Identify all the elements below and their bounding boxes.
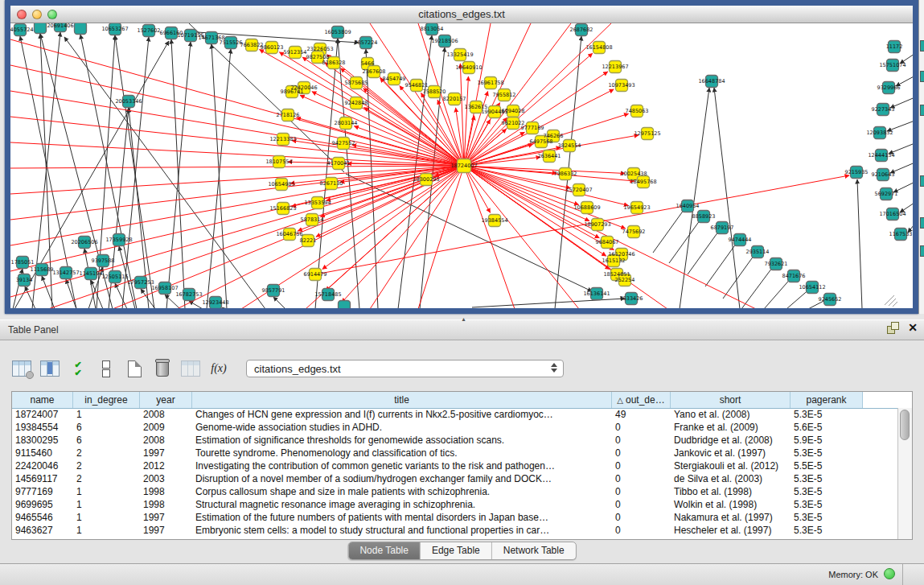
graph-edge[interactable]: [166, 42, 191, 308]
table-row[interactable]: 977716911998Corpus callosum shape and si…: [12, 485, 898, 498]
table-cell[interactable]: 5.3E-5: [791, 511, 863, 524]
network-canvas[interactable]: 1872400776638229860123591235423226053982…: [10, 23, 913, 308]
tab-node-table[interactable]: Node Table: [348, 542, 421, 559]
graph-node[interactable]: [339, 301, 351, 309]
graph-node[interactable]: [35, 23, 47, 34]
table-row[interactable]: 2242004622012Investigating the contribut…: [12, 459, 898, 472]
table-cell[interactable]: 1997: [140, 447, 192, 459]
table-row[interactable]: 911546021997Tourette syndrome. Phenomeno…: [12, 447, 898, 459]
table-cell[interactable]: 14569117: [12, 472, 73, 485]
graph-edge[interactable]: [669, 217, 702, 263]
table-cell[interactable]: 9777169: [12, 485, 73, 498]
table-cell[interactable]: 2: [73, 472, 140, 485]
table-cell[interactable]: 1997: [140, 511, 192, 524]
graph-edge[interactable]: [364, 108, 464, 166]
graph-edge[interactable]: [464, 166, 628, 205]
column-header-pagerank[interactable]: pagerank: [791, 392, 863, 408]
graph-edge[interactable]: [418, 166, 464, 308]
graph-edge[interactable]: [472, 299, 625, 307]
graph-edge[interactable]: [653, 207, 686, 253]
graph-edge[interactable]: [10, 39, 464, 166]
table-cell[interactable]: 0: [612, 511, 671, 524]
graph-edge[interactable]: [764, 277, 792, 308]
table-cell[interactable]: Investigating the contribution of common…: [192, 459, 612, 472]
column-header-short[interactable]: short: [671, 392, 791, 408]
graph-node[interactable]: [75, 23, 87, 35]
column-header-in_degree[interactable]: in_degree: [73, 392, 140, 408]
table-cell[interactable]: Tibbo et al. (1998): [671, 485, 791, 498]
delete-column-icon[interactable]: [152, 358, 173, 379]
table-cell[interactable]: Genome-wide association studies in ADHD.: [192, 421, 612, 434]
table-cell[interactable]: 9465546: [12, 511, 73, 524]
table-panel-header[interactable]: ▴ Table Panel ✕: [0, 319, 924, 340]
graph-edge[interactable]: [10, 166, 464, 271]
new-column-icon[interactable]: [124, 358, 145, 379]
table-cell[interactable]: 5.9E-5: [791, 434, 863, 447]
graph-edge[interactable]: [688, 229, 721, 274]
table-cell[interactable]: 0: [612, 459, 671, 472]
table-cell[interactable]: 2009: [140, 421, 192, 434]
table-cell[interactable]: 2012: [140, 459, 192, 472]
select-all-rows-icon[interactable]: ✔✔: [68, 358, 88, 379]
graph-edge[interactable]: [342, 166, 464, 303]
table-cell[interactable]: Estimation of significance thresholds fo…: [192, 434, 612, 447]
graph-edge[interactable]: [42, 276, 55, 308]
graph-edge[interactable]: [464, 166, 634, 181]
table-cell[interactable]: 2008: [140, 408, 192, 421]
table-cell[interactable]: 9463627: [12, 524, 73, 537]
table-cell[interactable]: Changes of HCN gene expression and I(f) …: [192, 408, 612, 421]
table-cell[interactable]: 22420046: [12, 459, 73, 472]
table-cell[interactable]: 1998: [140, 485, 192, 498]
column-header-year[interactable]: year: [140, 392, 192, 408]
graph-edge[interactable]: [370, 166, 464, 308]
table-cell[interactable]: 2003: [140, 472, 192, 485]
table-cell[interactable]: Franke et al. (2009): [671, 421, 791, 434]
graph-edge[interactable]: [723, 253, 756, 299]
table-cell[interactable]: 6: [73, 421, 140, 434]
table-row[interactable]: 1456911722003Disruption of a novel membe…: [12, 472, 898, 485]
show-columns-icon[interactable]: [39, 358, 60, 379]
graph-edge[interactable]: [10, 166, 464, 297]
table-select-dropdown[interactable]: citations_edges.txt: [246, 360, 564, 377]
scrollbar-thumb[interactable]: [900, 410, 910, 440]
table-cell[interactable]: Tourette syndrome. Phenomenology and cla…: [192, 447, 612, 459]
window-titlebar[interactable]: citations_edges.txt: [10, 6, 913, 23]
table-cell[interactable]: 9115460: [12, 447, 73, 459]
tab-network-table[interactable]: Network Table: [492, 542, 576, 559]
table-cell[interactable]: 0: [612, 447, 671, 459]
function-builder-icon[interactable]: f(x): [208, 358, 229, 379]
table-vertical-scrollbar[interactable]: [897, 408, 912, 539]
table-cell[interactable]: Structural magnetic resonance image aver…: [192, 498, 612, 511]
table-cell[interactable]: 18724007: [12, 408, 73, 421]
graph-edge[interactable]: [680, 88, 709, 308]
unselect-rows-icon[interactable]: [96, 358, 117, 379]
table-cell[interactable]: 5.3E-5: [791, 472, 863, 485]
graph-edge[interactable]: [885, 295, 894, 305]
table-row[interactable]: 1872400712008Changes of HCN gene express…: [12, 408, 898, 421]
table-cell[interactable]: 9699695: [12, 498, 73, 511]
table-mode-icon[interactable]: [11, 358, 32, 379]
table-cell[interactable]: Hescheler et al. (1997): [671, 524, 791, 537]
graph-edge[interactable]: [10, 91, 464, 166]
table-cell[interactable]: 5.5E-5: [791, 459, 863, 472]
table-cell[interactable]: 0: [612, 524, 671, 537]
table-cell[interactable]: 5.3E-5: [791, 498, 863, 511]
column-header-name[interactable]: name: [12, 392, 73, 408]
table-cell[interactable]: Nakamura et al. (1997): [671, 511, 791, 524]
table-cell[interactable]: 1: [73, 498, 140, 511]
table-cell[interactable]: 19384554: [12, 421, 73, 434]
table-cell[interactable]: 5.3E-5: [791, 524, 863, 537]
table-cell[interactable]: 1998: [140, 498, 192, 511]
graph-edge[interactable]: [741, 265, 774, 308]
close-panel-icon[interactable]: ✕: [908, 322, 918, 333]
table-cell[interactable]: 5.3E-5: [791, 408, 863, 421]
table-cell[interactable]: Jankovic et al. (1997): [671, 447, 791, 459]
table-cell[interactable]: 0: [612, 485, 671, 498]
table-cell[interactable]: Embryonic stem cells: a model to study s…: [192, 524, 612, 537]
table-cell[interactable]: 0: [612, 421, 671, 434]
graph-edge[interactable]: [326, 166, 464, 200]
graph-edge[interactable]: [10, 166, 464, 245]
table-cell[interactable]: 18300295: [12, 434, 73, 447]
table-cell[interactable]: 1: [73, 408, 140, 421]
table-cell[interactable]: 1: [73, 485, 140, 498]
